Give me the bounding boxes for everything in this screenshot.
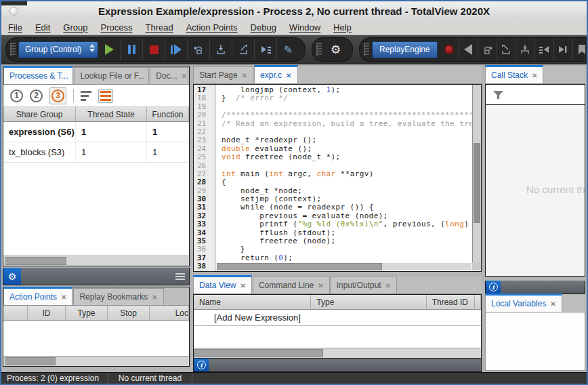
toolbar-grip[interactable] [316,43,322,56]
column-header-stop[interactable]: Stop [108,306,150,320]
toolbar-grip[interactable] [10,43,16,56]
tab-action-points[interactable]: Action Points✕ [3,287,72,305]
go-back-button[interactable] [459,39,478,60]
tab-close-icon[interactable]: ✕ [385,282,391,289]
menu-item-edit[interactable]: Edit [35,22,50,33]
tab-lookup-file-or-f[interactable]: Lookup File or F...✕ [74,67,149,84]
next-button[interactable] [188,39,210,60]
scroll-thumb[interactable] [474,143,480,223]
editor-vscrollbar[interactable] [472,85,481,262]
record-button[interactable] [440,39,459,60]
tab-close-icon[interactable]: ✕ [286,72,291,79]
column-header-thread-state[interactable]: Thread State [76,107,147,121]
line-number[interactable]: 23 [194,136,215,144]
line-number[interactable]: 33 [194,220,215,228]
step-button[interactable] [210,39,232,60]
line-number[interactable]: 31 [194,203,215,211]
column-header-thread-id[interactable]: Thread ID [427,295,475,309]
scroll-thumb[interactable] [217,263,382,270]
list-view-button[interactable] [98,89,113,103]
bookmark-button[interactable] [573,39,588,60]
data-view-hscrollbar[interactable] [194,348,481,358]
spinner-arrows-icon[interactable] [89,44,95,52]
action-points-hscrollbar[interactable] [3,356,189,366]
add-new-expression-row[interactable]: [Add New Expression] [194,310,481,326]
table-row[interactable]: tx_blocks (S3)11 [3,142,189,163]
tab-close-icon[interactable]: ✕ [550,300,555,308]
table-row[interactable]: expression (S6)11 [3,122,189,142]
tab-close-icon[interactable]: ✕ [318,282,323,289]
restart-button[interactable] [165,39,188,60]
bar-grip-icon[interactable] [175,273,185,280]
line-number[interactable]: 25 [194,153,215,161]
window-button[interactable] [9,7,18,16]
tab-local-variables[interactable]: Local Variables✕ [485,293,562,312]
menu-item-help[interactable]: Help [333,22,352,33]
caller-button[interactable] [516,39,535,60]
tree-view-icon[interactable] [81,91,91,101]
line-number[interactable]: 36 [194,245,215,254]
info-button[interactable]: i [486,281,501,293]
tab-processes-t[interactable]: Processes & T...✕ [3,66,73,84]
tab-close-icon[interactable]: ✕ [240,282,245,289]
menu-item-thread[interactable]: Thread [145,22,173,33]
column-header-id[interactable]: ID [28,306,66,320]
filter-icon[interactable] [492,90,504,100]
panel-gear-button[interactable]: ⚙ [3,268,21,285]
menu-item-process[interactable]: Process [101,22,133,33]
tab-doc[interactable]: Doc...✕ [150,67,188,84]
column-header-name[interactable]: Name [194,295,311,309]
toolbar-grip[interactable] [364,43,369,56]
column-header-share-group[interactable]: Share Group [3,107,76,121]
column-header-va[interactable]: Va [475,295,481,309]
halt-button[interactable] [121,39,143,60]
tab-expr-c[interactable]: expr.c✕ [254,65,297,83]
tab-close-icon[interactable]: ✕ [72,73,73,80]
processes-hscrollbar[interactable] [3,256,189,266]
line-number[interactable]: 18 [194,94,215,102]
line-number[interactable]: 20 [194,111,215,119]
menu-item-action-points[interactable]: Action Points [186,22,238,33]
scroll-thumb[interactable] [194,349,323,357]
unstep-button[interactable] [497,39,516,60]
editor-hscrollbar[interactable] [217,263,471,270]
go-live-button[interactable] [554,39,573,60]
tab-close-icon[interactable]: ✕ [152,293,157,301]
view-mode-1-button[interactable]: 1 [10,89,23,102]
go-button[interactable] [98,39,121,60]
view-mode-2-button[interactable]: 2 [30,89,43,102]
menu-item-debug[interactable]: Debug [251,22,276,33]
run-to-button[interactable] [255,39,277,60]
tab-close-icon[interactable]: ✕ [242,72,247,79]
back-to-button[interactable] [535,39,554,60]
out-button[interactable] [232,39,255,60]
tab-input-output[interactable]: Input/Output✕ [331,277,397,293]
tab-data-view[interactable]: Data View✕ [193,275,252,293]
column-header-type[interactable]: Type [66,306,108,320]
line-number[interactable]: 38 [194,262,215,270]
tab-close-icon[interactable]: ✕ [61,293,66,301]
tab-close-icon[interactable]: ✕ [149,73,150,80]
menu-item-file[interactable]: File [8,22,22,33]
view-mode-3-button[interactable]: 3 [49,87,66,104]
prev-button[interactable] [478,39,497,60]
tab-command-line[interactable]: Command Line✕ [253,277,330,293]
tab-call-stack[interactable]: Call Stack✕ [485,65,543,83]
info-button[interactable]: i [194,359,209,371]
column-header-loc[interactable]: Loc [150,306,189,320]
tab-close-icon[interactable]: ✕ [532,72,537,79]
column-header-function[interactable]: Function [147,107,189,121]
kill-button[interactable] [143,39,165,60]
column-header-item[interactable] [3,306,28,320]
edit-button[interactable]: ✎ [277,39,299,60]
scroll-thumb[interactable] [5,257,66,265]
menu-item-group[interactable]: Group [63,22,87,33]
column-header-type[interactable]: Type [311,295,426,309]
tab-replay-bookmarks[interactable]: Replay Bookmarks✕ [73,288,163,305]
tab-close-icon[interactable]: ✕ [182,73,187,80]
scroll-thumb[interactable] [5,357,56,365]
tab-start-page[interactable]: Start Page✕ [193,66,253,83]
window-menu-stub[interactable] [1,1,27,5]
menu-item-window[interactable]: Window [289,22,320,33]
settings-button[interactable]: ⚙ [324,39,347,60]
